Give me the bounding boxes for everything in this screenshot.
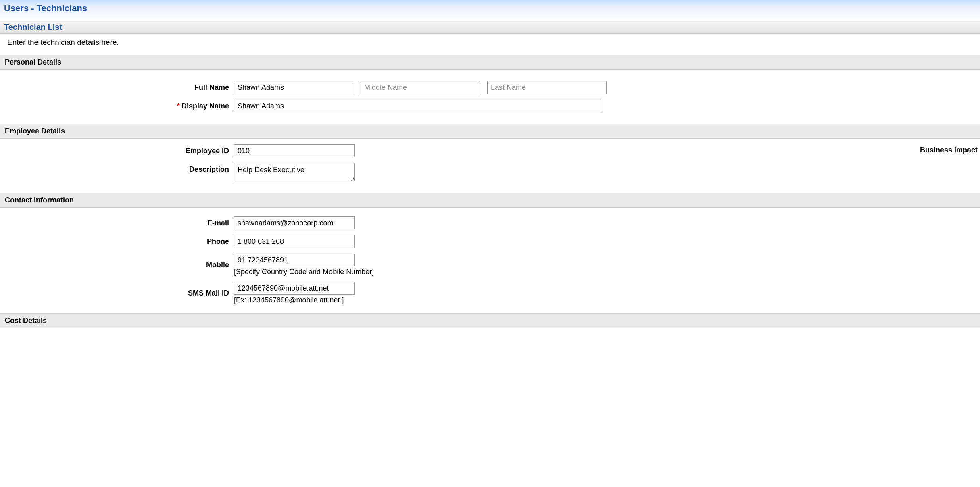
section-header-employee: Employee Details	[0, 124, 980, 139]
middle-name-input[interactable]	[361, 81, 480, 94]
instruction-text: Enter the technician details here.	[0, 34, 980, 55]
sms-input[interactable]	[234, 282, 355, 295]
employee-id-label: Employee ID	[0, 144, 234, 155]
full-name-label: Full Name	[0, 81, 234, 92]
business-impact-label: Business Impact	[920, 146, 978, 154]
mobile-label: Mobile	[0, 254, 234, 269]
sms-label: SMS Mail ID	[0, 282, 234, 298]
required-asterisk-icon: *	[177, 102, 180, 110]
page-title: Users - Technicians	[0, 0, 980, 19]
display-name-input[interactable]	[234, 100, 601, 112]
section-body-personal: Full Name *Display Name	[0, 70, 980, 124]
last-name-input[interactable]	[487, 81, 607, 94]
sub-title-bar: Technician List	[0, 21, 980, 34]
description-label: Description	[0, 163, 234, 174]
mobile-input[interactable]	[234, 254, 355, 266]
section-header-personal: Personal Details	[0, 55, 980, 70]
phone-input[interactable]	[234, 235, 355, 248]
display-name-label: *Display Name	[0, 100, 234, 110]
section-header-contact: Contact Information	[0, 193, 980, 208]
sub-title: Technician List	[4, 23, 976, 32]
section-body-employee: Business Impact Employee ID Description	[0, 139, 980, 193]
email-label: E-mail	[0, 216, 234, 227]
sms-hint: [Ex: 1234567890@mobile.att.net ]	[234, 295, 355, 304]
email-input[interactable]	[234, 216, 355, 229]
section-header-cost: Cost Details	[0, 313, 980, 328]
section-body-contact: E-mail Phone Mobile [Specify Country Cod…	[0, 208, 980, 313]
mobile-hint: [Specify Country Code and Mobile Number]	[234, 266, 374, 276]
employee-id-input[interactable]	[234, 144, 355, 157]
phone-label: Phone	[0, 235, 234, 246]
first-name-input[interactable]	[234, 81, 353, 94]
description-textarea[interactable]	[234, 163, 355, 181]
